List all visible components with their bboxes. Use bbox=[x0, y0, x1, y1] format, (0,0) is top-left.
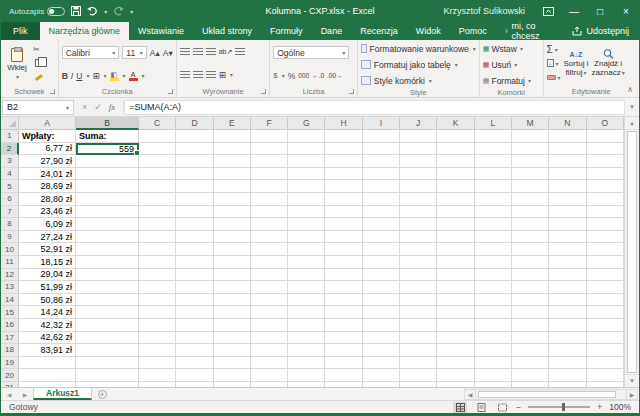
align-top-icon[interactable] bbox=[180, 48, 190, 56]
sort-filter-button[interactable]: A↓Z Sortuj i filtruj▾ bbox=[564, 42, 589, 85]
cell-G19[interactable] bbox=[288, 357, 325, 370]
cell-N15[interactable] bbox=[549, 306, 586, 319]
cell-K12[interactable] bbox=[437, 269, 474, 282]
currency-format-button[interactable]: $ bbox=[273, 72, 277, 79]
cell-C15[interactable] bbox=[139, 306, 176, 319]
align-center-icon[interactable] bbox=[193, 71, 203, 79]
scroll-right-icon[interactable]: ▶ bbox=[626, 389, 638, 400]
cell-E16[interactable] bbox=[214, 319, 251, 332]
cell-O15[interactable] bbox=[587, 306, 624, 319]
cell-G16[interactable] bbox=[288, 319, 325, 332]
formula-input[interactable]: =SUMA(A:A) bbox=[124, 100, 625, 115]
cell-N9[interactable] bbox=[549, 231, 586, 244]
cell-K9[interactable] bbox=[437, 231, 474, 244]
find-select-button[interactable]: Znajdź i zaznacz▾ bbox=[591, 42, 624, 85]
cell-E3[interactable] bbox=[214, 155, 251, 168]
cell-M19[interactable] bbox=[512, 357, 549, 370]
cell-D2[interactable] bbox=[176, 143, 213, 156]
cell-E1[interactable] bbox=[214, 130, 251, 143]
cell-M2[interactable] bbox=[512, 143, 549, 156]
cell-M17[interactable] bbox=[512, 332, 549, 345]
cell-B16[interactable] bbox=[76, 319, 139, 332]
delete-cells-button[interactable]: ▦Usuń▾ bbox=[483, 58, 540, 71]
cell-E15[interactable] bbox=[214, 306, 251, 319]
cell-L16[interactable] bbox=[475, 319, 512, 332]
cell-I17[interactable] bbox=[363, 332, 400, 345]
cell-J18[interactable] bbox=[400, 344, 437, 357]
cell-C12[interactable] bbox=[139, 269, 176, 282]
cell-I18[interactable] bbox=[363, 344, 400, 357]
cell-D20[interactable] bbox=[176, 369, 213, 382]
cell-K8[interactable] bbox=[437, 218, 474, 231]
font-dialog-launcher-icon[interactable] bbox=[168, 89, 173, 94]
cell-E2[interactable] bbox=[214, 143, 251, 156]
cell-J16[interactable] bbox=[400, 319, 437, 332]
cell-A11[interactable]: 18,15 zł bbox=[19, 256, 76, 269]
cell-D15[interactable] bbox=[176, 306, 213, 319]
page-layout-view-icon[interactable] bbox=[474, 402, 488, 413]
cell-M13[interactable] bbox=[512, 281, 549, 294]
cell-M8[interactable] bbox=[512, 218, 549, 231]
col-header-L[interactable]: L bbox=[475, 117, 512, 130]
row-header-16[interactable]: 16 bbox=[1, 319, 19, 332]
cell-I8[interactable] bbox=[363, 218, 400, 231]
cell-L19[interactable] bbox=[475, 357, 512, 370]
cell-O6[interactable] bbox=[587, 193, 624, 206]
font-name-select[interactable]: Calibri▾ bbox=[62, 46, 120, 59]
cell-E8[interactable] bbox=[214, 218, 251, 231]
cell-O9[interactable] bbox=[587, 231, 624, 244]
cell-H21[interactable] bbox=[325, 382, 362, 387]
cell-M12[interactable] bbox=[512, 269, 549, 282]
cell-N2[interactable] bbox=[549, 143, 586, 156]
zoom-slider[interactable] bbox=[528, 406, 590, 408]
cell-I7[interactable] bbox=[363, 206, 400, 219]
cell-J14[interactable] bbox=[400, 294, 437, 307]
cell-O11[interactable] bbox=[587, 256, 624, 269]
row-header-1[interactable]: 1 bbox=[1, 130, 19, 143]
clipboard-dialog-launcher-icon[interactable] bbox=[50, 89, 55, 94]
row-header-4[interactable]: 4 bbox=[1, 168, 19, 181]
cell-C2[interactable] bbox=[139, 143, 176, 156]
cell-H17[interactable] bbox=[325, 332, 362, 345]
cell-E11[interactable] bbox=[214, 256, 251, 269]
wrap-text-icon[interactable] bbox=[235, 48, 245, 56]
format-cells-button[interactable]: ▦Formatuj▾ bbox=[483, 74, 540, 87]
cell-G21[interactable] bbox=[288, 382, 325, 387]
cell-B6[interactable] bbox=[76, 193, 139, 206]
alignment-dialog-launcher-icon[interactable] bbox=[261, 89, 266, 94]
zoom-out-icon[interactable]: − bbox=[516, 402, 521, 412]
cell-O4[interactable] bbox=[587, 168, 624, 181]
cell-J17[interactable] bbox=[400, 332, 437, 345]
row-header-13[interactable]: 13 bbox=[1, 281, 19, 294]
cell-O14[interactable] bbox=[587, 294, 624, 307]
vertical-scrollbar[interactable]: ▲ ▼ bbox=[624, 117, 639, 387]
cell-E20[interactable] bbox=[214, 369, 251, 382]
cell-A4[interactable]: 24,01 zł bbox=[19, 168, 76, 181]
save-icon[interactable] bbox=[71, 6, 81, 16]
cell-O13[interactable] bbox=[587, 281, 624, 294]
cell-F6[interactable] bbox=[251, 193, 288, 206]
decrease-font-icon[interactable]: A▾ bbox=[163, 48, 173, 58]
cell-F12[interactable] bbox=[251, 269, 288, 282]
vertical-scroll-thumb[interactable] bbox=[627, 131, 637, 373]
cell-J9[interactable] bbox=[400, 231, 437, 244]
cell-I10[interactable] bbox=[363, 243, 400, 256]
cell-M9[interactable] bbox=[512, 231, 549, 244]
cell-F7[interactable] bbox=[251, 206, 288, 219]
cell-O19[interactable] bbox=[587, 357, 624, 370]
cell-G18[interactable] bbox=[288, 344, 325, 357]
close-button[interactable]: × bbox=[613, 0, 639, 22]
horizontal-scrollbar[interactable]: ◀ ▶ bbox=[464, 388, 639, 400]
cell-G6[interactable] bbox=[288, 193, 325, 206]
cell-A3[interactable]: 27,90 zł bbox=[19, 155, 76, 168]
row-header-5[interactable]: 5 bbox=[1, 180, 19, 193]
select-all-corner[interactable] bbox=[1, 117, 19, 130]
cell-K10[interactable] bbox=[437, 243, 474, 256]
cell-D7[interactable] bbox=[176, 206, 213, 219]
tab-dane[interactable]: Dane bbox=[312, 22, 352, 40]
cell-A14[interactable]: 50,86 zł bbox=[19, 294, 76, 307]
format-as-table-button[interactable]: Formatuj jako tabelę▾ bbox=[361, 58, 476, 71]
merge-center-icon[interactable]: ⊞ bbox=[219, 70, 226, 80]
cell-A15[interactable]: 14,24 zł bbox=[19, 306, 76, 319]
cell-F18[interactable] bbox=[251, 344, 288, 357]
